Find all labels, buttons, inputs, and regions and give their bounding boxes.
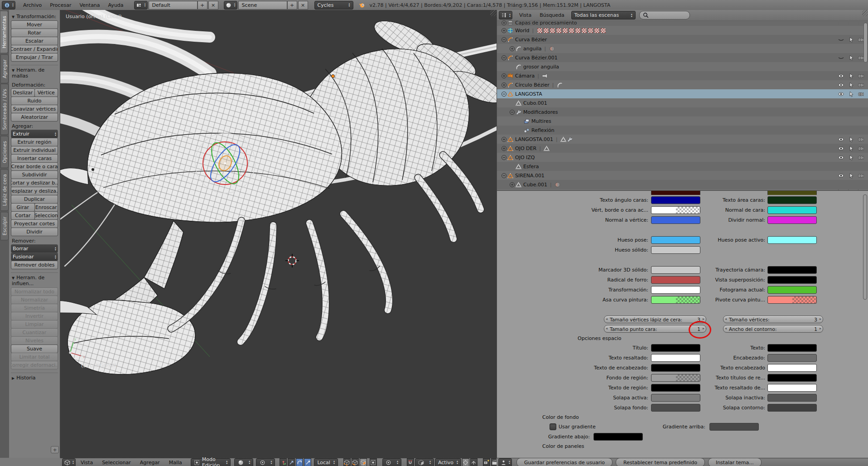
editor-type-info-button[interactable]: ▴▾ [2, 1, 15, 10]
toolshelf-tab-sombreado-uvs[interactable]: Sombreado / UVs [0, 84, 9, 135]
screen-layout-name-field[interactable]: Default [149, 1, 198, 10]
color-swatch-gradiente-arriba[interactable] [709, 423, 759, 431]
tool-button-escalar[interactable]: Escalar [11, 37, 58, 45]
color-swatch-texto-de-regi-n[interactable] [651, 384, 700, 392]
scene-name-field[interactable]: Scene [238, 1, 287, 10]
viewport-menu-vista[interactable]: Vista [77, 460, 97, 466]
footer-button-restablecer-tema-predefinido[interactable]: Restablecer tema predefinido [616, 458, 705, 466]
color-swatch-texto-longitud-bordes[interactable] [651, 191, 700, 195]
select-mode-vertex-toggle[interactable] [343, 458, 351, 466]
color-swatch-solapa-contorno[interactable] [767, 404, 817, 412]
tool-button-suave[interactable]: Suave [11, 345, 58, 353]
viewport-3d[interactable]: x y Usuario (ortog) (Local) (2) LANGOSTA [60, 10, 497, 458]
color-swatch-texto-de-encabezado[interactable] [651, 364, 700, 372]
outliner-filter-select[interactable]: Todas las escenas ▴▾ [571, 11, 636, 19]
tool-button-remover-dobles[interactable]: Remover dobles [11, 261, 58, 269]
outliner-menu-b-squeda[interactable]: Búsqueda [535, 12, 569, 18]
outliner-scrollbar[interactable] [863, 23, 868, 63]
color-swatch-fotograma-actual[interactable] [767, 286, 817, 294]
viewport-menu-seleccionar[interactable]: Seleccionar [98, 460, 135, 466]
corner-resize-grip[interactable] [490, 10, 497, 16]
menu-archivo[interactable]: Archivo [19, 2, 46, 8]
snap-element-select[interactable]: ▴▾ [415, 458, 434, 466]
outliner-row-esfera[interactable]: Esfera [497, 162, 868, 171]
outliner-row-grosor-anguila[interactable]: grosor anguila [497, 62, 868, 71]
color-swatch-hueso-pose[interactable] [651, 236, 700, 244]
tool-button-mover[interactable]: Mover [11, 20, 58, 29]
slider-tama-o-v-rtices[interactable]: ◂Tamaño vértices:3▸ [723, 316, 823, 323]
snap-peel-toggle[interactable] [470, 458, 477, 466]
tool-button-rotar[interactable]: Rotar [11, 29, 58, 37]
color-swatch-fondo-de-regi-n[interactable] [651, 374, 700, 382]
outliner-row-langosta[interactable]: LANGOSTA [497, 89, 868, 98]
snap-target-select[interactable]: Activo▴▾ [435, 458, 461, 466]
tool-button-suavizar-v-rtices[interactable]: Suavizar vértices [11, 105, 58, 113]
viewport-shading-select[interactable]: ▴▾ [234, 458, 253, 466]
color-swatch-transformaci-n[interactable] [651, 286, 700, 294]
color-swatch-dividir-normal[interactable] [767, 216, 817, 224]
section-header-herram-de-mallas[interactable]: ▼Herram. de mallas [11, 65, 58, 80]
color-swatch-hueso-pose-activo[interactable] [767, 236, 817, 244]
toolshelf-tab-esculpir[interactable]: Esculpir [0, 212, 9, 240]
tool-button-extruir-regi-n[interactable]: Extruir región [11, 138, 58, 146]
outliner-row-c-mara[interactable]: Cámara| [497, 71, 868, 80]
tool-button-duplicar[interactable]: Duplicar [11, 195, 58, 204]
color-swatch-solapa-fondo[interactable] [651, 404, 700, 412]
tool-button-fusionar[interactable]: Fusionar▴▾ [11, 252, 58, 261]
viewport-menu-agregar[interactable]: Agregar [136, 460, 164, 466]
color-swatch-v-rt-borde-o-cara-ac[interactable] [651, 206, 700, 214]
tool-button-insertar-caras[interactable]: Insertar caras [11, 154, 58, 163]
footer-button-instalar-tema[interactable]: Instalar tema... [708, 458, 762, 466]
delete-scene-button[interactable]: × [298, 1, 308, 10]
color-swatch-asa-curva-pintura[interactable] [651, 296, 700, 304]
outliner-row-c-rculo-b-zier[interactable]: Círculo Bézier| [497, 80, 868, 89]
screen-layout-button[interactable]: ▴▾ [134, 1, 148, 10]
tool-button-v-rtice[interactable]: Vértice [35, 88, 58, 97]
proportional-edit-select[interactable]: ▴▾ [382, 458, 401, 466]
outliner-row-curva-b-zier[interactable]: Curva Bézier [497, 35, 868, 44]
color-swatch-solapa-activa[interactable] [651, 394, 700, 402]
toolshelf-tab-opciones[interactable]: Opciones [0, 136, 9, 168]
color-swatch-texto-rea-caras[interactable] [767, 196, 817, 204]
tool-button-extruir[interactable]: Extruir▴▾ [11, 130, 58, 138]
color-swatch-vista-superposici-n[interactable] [767, 276, 817, 284]
tool-button-ruido[interactable]: Ruido [11, 97, 58, 105]
color-swatch-texto-resaltado-de[interactable] [767, 384, 817, 392]
tool-button-crear-borde-o-cara[interactable]: Crear borde o cara [11, 162, 58, 171]
color-swatch-marcador-3d-s-lido[interactable] [651, 266, 700, 274]
editor-type-3dview-button[interactable]: ▴▾ [62, 458, 76, 466]
outliner-row-ojo-izq[interactable]: OJO IZQ [497, 153, 868, 162]
slider-tama-o-punto-cara[interactable]: ◂Tamaño punto cara:1▸ [604, 325, 706, 333]
tool-button-cortar-y-deslizar-b[interactable]: Cortar y deslizar b... [11, 179, 58, 187]
select-mode-edge-toggle[interactable] [352, 458, 359, 466]
outliner-row-world[interactable]: World| [497, 26, 868, 35]
slider-tama-o-v-rtices-l-piz-de-cera[interactable]: ◂Tamaño vértices lápiz de cera:3▸ [604, 316, 706, 323]
checkbox-usar-gradiente[interactable] [550, 423, 556, 430]
tool-button-subdividir[interactable]: Subdividir [11, 170, 58, 179]
menu-procesar[interactable]: Procesar [46, 2, 75, 8]
snap-self-toggle[interactable] [462, 458, 469, 466]
footer-button-guardar-preferencias-de-usuario[interactable]: Guardar preferencias de usuario [516, 458, 612, 466]
tool-button-dividir[interactable]: Dividir [11, 228, 58, 236]
pivot-point-select[interactable]: ▴▾ [256, 458, 275, 466]
tool-button-contraer-expandir[interactable]: Contraer / Expandir [11, 45, 58, 53]
outliner-menu-vista[interactable]: Vista [515, 12, 535, 18]
rotate-manipulator-toggle[interactable] [296, 458, 303, 466]
tool-button-seleccion[interactable]: Seleccion [35, 211, 58, 220]
select-mode-face-toggle[interactable] [360, 458, 367, 466]
tool-button-cortar[interactable]: Cortar [11, 211, 35, 220]
color-swatch-encabezado[interactable] [767, 354, 817, 362]
translate-manipulator-toggle[interactable] [288, 458, 295, 466]
tool-button-proyectar-cortes[interactable]: Proyectar cortes [11, 219, 58, 228]
tool-button-enroscar[interactable]: Enroscar [35, 203, 58, 212]
add-scene-button[interactable]: + [287, 1, 297, 10]
color-swatch-gradiente-abajo[interactable] [593, 433, 643, 441]
section-header-transformaci-n[interactable]: ▼Transformación: [11, 12, 58, 21]
outliner-row-capas-de-procesamiento[interactable]: Capas de procesamiento [497, 20, 868, 26]
color-swatch-texto-ngulo-caras[interactable] [651, 196, 700, 204]
toolshelf-tab-agregar[interactable]: Agregar [0, 54, 9, 83]
opengl-render-button[interactable] [483, 458, 490, 466]
editor-type-outliner-button[interactable]: ▴▾ [499, 11, 512, 19]
section-header-herram-de-influen[interactable]: ▼Herram. de influen... [11, 272, 58, 288]
outliner-row-cube-001[interactable]: Cube.001| [497, 180, 868, 189]
